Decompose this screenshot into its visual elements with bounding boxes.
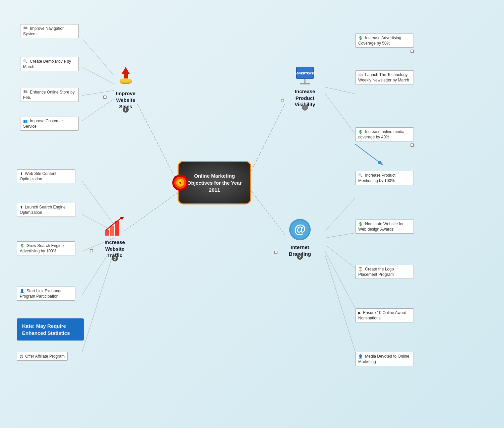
svg-text:ADVERTISING: ADVERTISING xyxy=(295,72,315,75)
subtopic-search-engine-opt: ⬆ Launch Search Engine Optimization xyxy=(17,203,75,217)
subtopic-customer-service: 👥 Improve Customer Service xyxy=(20,117,79,131)
traffic-icon xyxy=(90,216,139,238)
svg-rect-39 xyxy=(105,230,109,236)
flag-icon: 🏁 xyxy=(23,26,28,30)
play-icon: ▶ xyxy=(358,311,361,315)
subtopic-navigation: 🏁 Improve Navigation System xyxy=(20,24,79,38)
person-icon: 👤 xyxy=(358,354,363,358)
subtopic-search-advertising: 💲 Grow Search Engine Advertising by 100% xyxy=(17,241,75,255)
target-icon xyxy=(172,174,189,191)
subtopic-media-coverage: 💲 Increase online media coverage by 40% xyxy=(355,127,414,141)
topic-internet-branding: @ InternetBranding 2 xyxy=(275,218,325,257)
svg-point-26 xyxy=(179,182,181,184)
improve-sales-icon xyxy=(104,65,147,89)
svg-line-20 xyxy=(82,251,114,352)
subtopic-web-awards: 💲 Nominate Website for Web design Awards xyxy=(355,220,414,234)
svg-line-0 xyxy=(137,104,178,183)
subtopic-logo-program: ⌛ Create the Logo Placement Program xyxy=(355,265,414,279)
topic-increase-product-visibility: ADVERTISING IncreaseProductVisibility i xyxy=(281,65,328,108)
note-text: Kate: May Require Enhanced Statistics xyxy=(22,323,70,336)
subtopic-award-nominations: ▶ Ensure 10 Online Award Nominations xyxy=(355,308,414,322)
timer-icon: ⌛ xyxy=(358,267,363,271)
expand-media-coverage[interactable] xyxy=(411,143,414,147)
svg-line-11 xyxy=(325,198,355,231)
traffic-badge: 3 xyxy=(112,255,118,261)
dollar-icon: 💲 xyxy=(358,36,363,40)
flag2-icon: 🏁 xyxy=(23,90,28,94)
visibility-icon: ADVERTISING xyxy=(281,65,328,87)
svg-rect-40 xyxy=(110,226,114,236)
subtopic-affiliate: ⚖ Offer Affiliate Program xyxy=(17,352,68,361)
svg-line-8 xyxy=(325,50,355,80)
svg-line-1 xyxy=(251,104,285,171)
up-arrow2-icon: ⬆ xyxy=(20,205,23,209)
center-node-text: Online Marketing Objectives for the Year… xyxy=(179,170,250,196)
subtopic-online-store: 🏁 Enhance Online Store by Feb. xyxy=(20,88,79,102)
svg-rect-41 xyxy=(115,221,119,236)
note-box: Kate: May Require Enhanced Statistics xyxy=(17,318,84,341)
people-icon: 👥 xyxy=(23,119,28,123)
svg-point-30 xyxy=(120,78,132,82)
up-arrow-icon: ⬆ xyxy=(20,172,23,176)
expand-advertising[interactable] xyxy=(411,50,414,53)
scale-icon: ⚖ xyxy=(20,354,23,358)
topic-improve-website-sales: ImproveWebsiteSales i xyxy=(104,65,147,110)
center-node: Online Marketing Objectives for the Year… xyxy=(178,161,251,204)
subtopic-media-devoted: 👤 Media Devoted to Online Marketing xyxy=(355,352,414,366)
topic-increase-traffic: IncreaseWebsiteTraffic 3 xyxy=(90,216,139,259)
subtopic-newsletter: 📖 Launch The Technology Weekly Newslette… xyxy=(355,70,414,84)
visibility-badge: i xyxy=(302,105,308,111)
book-icon: 📖 xyxy=(358,73,363,77)
svg-line-15 xyxy=(325,255,355,352)
svg-line-21 xyxy=(355,144,382,164)
user-icon: 👤 xyxy=(20,289,24,293)
svg-line-12 xyxy=(325,233,355,238)
subtopic-mentioning: 🔍 Increase Product Mentioning by 100% xyxy=(355,171,414,185)
dollar3-icon: 💲 xyxy=(358,222,363,226)
subtopic-demo-movie: 🔍 Create Demo Movie by March xyxy=(20,57,79,71)
svg-line-13 xyxy=(325,245,355,268)
svg-text:@: @ xyxy=(294,222,306,236)
svg-line-9 xyxy=(325,87,355,94)
branding-icon: @ xyxy=(275,218,325,243)
magnify-icon: 🔍 xyxy=(358,173,363,177)
svg-line-10 xyxy=(325,94,355,134)
mindmap-canvas: Online Marketing Objectives for the Year… xyxy=(0,0,504,428)
subtopic-link-exchange: 👤 Start Link Exchange Program Participat… xyxy=(17,287,75,301)
improve-sales-badge: i xyxy=(123,107,129,113)
dollar2-icon: 💲 xyxy=(358,130,363,134)
svg-line-14 xyxy=(325,251,355,308)
branding-badge: 2 xyxy=(297,254,303,260)
subtopic-advertising: 💲 Increase Advertising Coverage by 50% xyxy=(355,34,414,48)
search-icon: 🔍 xyxy=(23,59,28,63)
subtopic-content-optimization: ⬆ Web Site Content Optimization xyxy=(17,169,75,183)
dollar4-icon: 💲 xyxy=(20,244,24,248)
